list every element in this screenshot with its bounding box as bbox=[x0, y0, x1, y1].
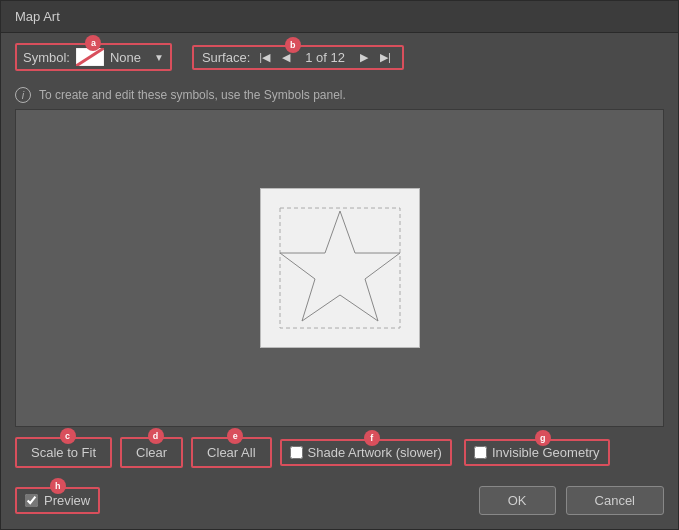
preview-wrapper: Preview h bbox=[15, 487, 100, 514]
surface-last-button[interactable]: ▶| bbox=[377, 51, 394, 64]
symbol-dropdown-arrow: ▼ bbox=[154, 52, 164, 63]
symbol-icon bbox=[76, 48, 104, 66]
info-icon: i bbox=[15, 87, 31, 103]
surface-label: Surface: bbox=[202, 50, 250, 65]
surface-next-button[interactable]: ▶ bbox=[357, 51, 371, 64]
preview-checkbox[interactable] bbox=[25, 494, 38, 507]
clear-all-wrapper: Clear All e bbox=[191, 437, 279, 468]
preview-label: Preview bbox=[44, 493, 90, 508]
bottom-row: Preview h OK Cancel bbox=[1, 478, 678, 529]
scale-to-fit-wrapper: Scale to Fit c bbox=[15, 437, 120, 468]
dialog-title: Map Art bbox=[15, 9, 60, 24]
invisible-geometry-label: Invisible Geometry bbox=[492, 445, 600, 460]
star-preview bbox=[260, 188, 420, 348]
label-c: c bbox=[60, 428, 76, 444]
action-buttons-row: Scale to Fit c Clear d Clear All e Shade… bbox=[1, 427, 678, 478]
clear-wrapper: Clear d bbox=[120, 437, 191, 468]
shade-artwork-checkbox[interactable] bbox=[290, 446, 303, 459]
svg-rect-3 bbox=[280, 208, 400, 328]
label-d: d bbox=[148, 428, 164, 444]
title-bar: Map Art bbox=[1, 1, 678, 33]
star-svg bbox=[275, 203, 405, 333]
surface-section-wrapper: Surface: |◀ ◀ 1 of 12 ▶ ▶| b bbox=[182, 45, 404, 70]
label-a: a bbox=[85, 35, 101, 51]
ok-cancel-row: OK Cancel bbox=[479, 486, 664, 515]
symbol-section-wrapper: Symbol: None ▼ a bbox=[15, 43, 172, 71]
annotation-text: To create and edit these symbols, use th… bbox=[39, 88, 346, 102]
map-art-dialog: Map Art Symbol: None ▼ a bbox=[0, 0, 679, 530]
invisible-geometry-checkbox[interactable] bbox=[474, 446, 487, 459]
surface-first-button[interactable]: |◀ bbox=[256, 51, 273, 64]
surface-page-info: 1 of 12 bbox=[299, 50, 351, 65]
preview-area bbox=[15, 109, 664, 427]
shade-artwork-label: Shade Artwork (slower) bbox=[308, 445, 442, 460]
label-e: e bbox=[227, 428, 243, 444]
svg-marker-4 bbox=[280, 211, 400, 321]
label-h: h bbox=[50, 478, 66, 494]
ok-button[interactable]: OK bbox=[479, 486, 556, 515]
invisible-geometry-wrapper: Invisible Geometry g bbox=[464, 439, 622, 466]
annotation-row: i To create and edit these symbols, use … bbox=[1, 81, 678, 109]
shade-artwork-wrapper: Shade Artwork (slower) f bbox=[280, 439, 464, 466]
label-g: g bbox=[535, 430, 551, 446]
cancel-button[interactable]: Cancel bbox=[566, 486, 664, 515]
label-f: f bbox=[364, 430, 380, 446]
symbol-label: Symbol: bbox=[23, 50, 70, 65]
label-b: b bbox=[285, 37, 301, 53]
symbol-dropdown[interactable]: None bbox=[110, 50, 146, 65]
toolbar-row: Symbol: None ▼ a Surface: |◀ bbox=[1, 33, 678, 81]
